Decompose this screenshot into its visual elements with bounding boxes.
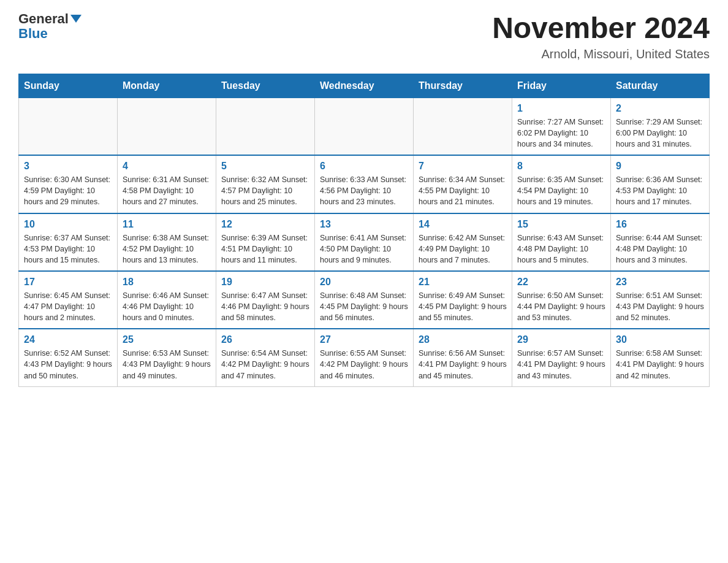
day-info: Sunrise: 6:33 AM Sunset: 4:56 PM Dayligh… — [320, 174, 408, 207]
day-number: 22 — [517, 277, 605, 288]
day-info: Sunrise: 6:50 AM Sunset: 4:44 PM Dayligh… — [517, 290, 605, 323]
calendar-week-row: 10Sunrise: 6:37 AM Sunset: 4:53 PM Dayli… — [19, 213, 710, 271]
day-number: 30 — [616, 334, 704, 345]
day-number: 4 — [123, 161, 211, 172]
day-number: 21 — [419, 277, 507, 288]
calendar-cell: 15Sunrise: 6:43 AM Sunset: 4:48 PM Dayli… — [512, 213, 611, 271]
calendar-cell: 3Sunrise: 6:30 AM Sunset: 4:59 PM Daylig… — [19, 155, 118, 213]
calendar-cell: 4Sunrise: 6:31 AM Sunset: 4:58 PM Daylig… — [118, 155, 216, 213]
day-number: 3 — [24, 161, 112, 172]
calendar-cell: 1Sunrise: 7:27 AM Sunset: 6:02 PM Daylig… — [512, 98, 611, 155]
day-info: Sunrise: 6:35 AM Sunset: 4:54 PM Dayligh… — [517, 174, 605, 207]
day-number: 6 — [320, 161, 408, 172]
calendar-header-thursday: Thursday — [414, 74, 512, 98]
day-info: Sunrise: 7:29 AM Sunset: 6:00 PM Dayligh… — [616, 117, 704, 150]
day-number: 10 — [24, 219, 112, 230]
calendar-cell: 5Sunrise: 6:32 AM Sunset: 4:57 PM Daylig… — [216, 155, 315, 213]
day-info: Sunrise: 6:38 AM Sunset: 4:52 PM Dayligh… — [123, 232, 211, 266]
calendar-cell: 12Sunrise: 6:39 AM Sunset: 4:51 PM Dayli… — [216, 213, 315, 271]
day-number: 26 — [221, 334, 309, 345]
calendar-cell: 22Sunrise: 6:50 AM Sunset: 4:44 PM Dayli… — [512, 271, 611, 329]
day-number: 17 — [24, 277, 112, 288]
calendar-header-wednesday: Wednesday — [315, 74, 414, 98]
day-number: 11 — [123, 219, 211, 230]
day-info: Sunrise: 6:32 AM Sunset: 4:57 PM Dayligh… — [221, 174, 309, 207]
calendar-header-monday: Monday — [118, 74, 216, 98]
calendar-cell: 9Sunrise: 6:36 AM Sunset: 4:53 PM Daylig… — [611, 155, 710, 213]
day-info: Sunrise: 6:46 AM Sunset: 4:46 PM Dayligh… — [123, 290, 211, 323]
calendar-header-tuesday: Tuesday — [216, 74, 315, 98]
day-number: 14 — [419, 219, 507, 230]
calendar-cell: 26Sunrise: 6:54 AM Sunset: 4:42 PM Dayli… — [216, 329, 315, 386]
calendar-table: SundayMondayTuesdayWednesdayThursdayFrid… — [18, 74, 710, 387]
day-number: 15 — [517, 219, 605, 230]
day-info: Sunrise: 6:36 AM Sunset: 4:53 PM Dayligh… — [616, 174, 704, 207]
day-number: 29 — [517, 334, 605, 345]
calendar-cell — [19, 98, 118, 155]
day-number: 19 — [221, 277, 309, 288]
day-number: 12 — [221, 219, 309, 230]
calendar-cell: 14Sunrise: 6:42 AM Sunset: 4:49 PM Dayli… — [414, 213, 512, 271]
day-info: Sunrise: 6:57 AM Sunset: 4:41 PM Dayligh… — [517, 348, 605, 381]
calendar-cell: 16Sunrise: 6:44 AM Sunset: 4:48 PM Dayli… — [611, 213, 710, 271]
calendar-cell: 2Sunrise: 7:29 AM Sunset: 6:00 PM Daylig… — [611, 98, 710, 155]
day-info: Sunrise: 6:51 AM Sunset: 4:43 PM Dayligh… — [616, 290, 704, 323]
day-number: 5 — [221, 161, 309, 172]
day-info: Sunrise: 6:52 AM Sunset: 4:43 PM Dayligh… — [24, 348, 112, 381]
day-info: Sunrise: 6:47 AM Sunset: 4:46 PM Dayligh… — [221, 290, 309, 323]
calendar-cell: 23Sunrise: 6:51 AM Sunset: 4:43 PM Dayli… — [611, 271, 710, 329]
calendar-cell: 18Sunrise: 6:46 AM Sunset: 4:46 PM Dayli… — [118, 271, 216, 329]
calendar-cell: 21Sunrise: 6:49 AM Sunset: 4:45 PM Dayli… — [414, 271, 512, 329]
day-info: Sunrise: 6:56 AM Sunset: 4:41 PM Dayligh… — [419, 348, 507, 381]
day-info: Sunrise: 6:53 AM Sunset: 4:43 PM Dayligh… — [123, 348, 211, 381]
calendar-week-row: 3Sunrise: 6:30 AM Sunset: 4:59 PM Daylig… — [19, 155, 710, 213]
day-number: 23 — [616, 277, 704, 288]
day-number: 16 — [616, 219, 704, 230]
calendar-cell: 6Sunrise: 6:33 AM Sunset: 4:56 PM Daylig… — [315, 155, 414, 213]
calendar-location: Arnold, Missouri, United States — [492, 47, 710, 61]
calendar-cell: 29Sunrise: 6:57 AM Sunset: 4:41 PM Dayli… — [512, 329, 611, 386]
day-info: Sunrise: 6:39 AM Sunset: 4:51 PM Dayligh… — [221, 232, 309, 266]
calendar-cell: 28Sunrise: 6:56 AM Sunset: 4:41 PM Dayli… — [414, 329, 512, 386]
calendar-cell: 8Sunrise: 6:35 AM Sunset: 4:54 PM Daylig… — [512, 155, 611, 213]
day-info: Sunrise: 6:54 AM Sunset: 4:42 PM Dayligh… — [221, 348, 309, 381]
logo-blue-text: Blue — [18, 26, 48, 42]
day-info: Sunrise: 7:27 AM Sunset: 6:02 PM Dayligh… — [517, 117, 605, 150]
calendar-cell: 20Sunrise: 6:48 AM Sunset: 4:45 PM Dayli… — [315, 271, 414, 329]
day-info: Sunrise: 6:58 AM Sunset: 4:41 PM Dayligh… — [616, 348, 704, 381]
calendar-header-sunday: Sunday — [19, 74, 118, 98]
calendar-cell: 13Sunrise: 6:41 AM Sunset: 4:50 PM Dayli… — [315, 213, 414, 271]
calendar-title: November 2024 — [492, 12, 710, 45]
day-number: 9 — [616, 161, 704, 172]
calendar-week-row: 1Sunrise: 7:27 AM Sunset: 6:02 PM Daylig… — [19, 98, 710, 155]
day-info: Sunrise: 6:45 AM Sunset: 4:47 PM Dayligh… — [24, 290, 112, 323]
calendar-cell — [414, 98, 512, 155]
day-info: Sunrise: 6:41 AM Sunset: 4:50 PM Dayligh… — [320, 232, 408, 266]
day-info: Sunrise: 6:55 AM Sunset: 4:42 PM Dayligh… — [320, 348, 408, 381]
day-number: 20 — [320, 277, 408, 288]
calendar-cell: 19Sunrise: 6:47 AM Sunset: 4:46 PM Dayli… — [216, 271, 315, 329]
calendar-cell — [315, 98, 414, 155]
day-info: Sunrise: 6:49 AM Sunset: 4:45 PM Dayligh… — [419, 290, 507, 323]
calendar-cell: 7Sunrise: 6:34 AM Sunset: 4:55 PM Daylig… — [414, 155, 512, 213]
calendar-cell: 24Sunrise: 6:52 AM Sunset: 4:43 PM Dayli… — [19, 329, 118, 386]
logo-general-text: General — [18, 12, 82, 26]
day-number: 24 — [24, 334, 112, 345]
day-info: Sunrise: 6:30 AM Sunset: 4:59 PM Dayligh… — [24, 174, 112, 207]
day-info: Sunrise: 6:31 AM Sunset: 4:58 PM Dayligh… — [123, 174, 211, 207]
day-number: 1 — [517, 103, 605, 114]
calendar-header-saturday: Saturday — [611, 74, 710, 98]
calendar-cell: 30Sunrise: 6:58 AM Sunset: 4:41 PM Dayli… — [611, 329, 710, 386]
title-section: November 2024 Arnold, Missouri, United S… — [492, 12, 710, 61]
calendar-cell: 27Sunrise: 6:55 AM Sunset: 4:42 PM Dayli… — [315, 329, 414, 386]
day-number: 18 — [123, 277, 211, 288]
calendar-header-friday: Friday — [512, 74, 611, 98]
calendar-cell: 25Sunrise: 6:53 AM Sunset: 4:43 PM Dayli… — [118, 329, 216, 386]
calendar-week-row: 24Sunrise: 6:52 AM Sunset: 4:43 PM Dayli… — [19, 329, 710, 386]
calendar-header-row: SundayMondayTuesdayWednesdayThursdayFrid… — [19, 74, 710, 98]
calendar-week-row: 17Sunrise: 6:45 AM Sunset: 4:47 PM Dayli… — [19, 271, 710, 329]
day-number: 25 — [123, 334, 211, 345]
day-info: Sunrise: 6:37 AM Sunset: 4:53 PM Dayligh… — [24, 232, 112, 266]
calendar-cell: 17Sunrise: 6:45 AM Sunset: 4:47 PM Dayli… — [19, 271, 118, 329]
day-info: Sunrise: 6:48 AM Sunset: 4:45 PM Dayligh… — [320, 290, 408, 323]
